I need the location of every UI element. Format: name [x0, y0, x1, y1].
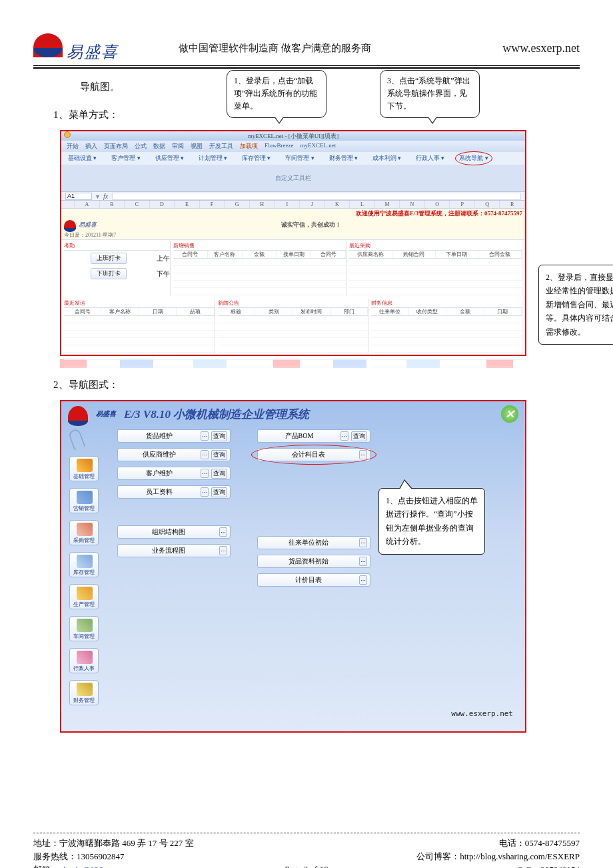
query-chip[interactable]: 查询 — [211, 450, 227, 460]
ribbon-tab[interactable]: 审阅 — [172, 142, 184, 151]
footer-address: 宁波海曙鄞奉路 469 弄 17 号 227 室 — [59, 838, 194, 848]
nav-button[interactable]: 组织结构图⋯ — [117, 525, 231, 539]
dots-icon[interactable]: ⋯ — [201, 431, 209, 441]
doc-header: 易盛喜 做中国管理软件制造商 做客户满意的服务商 www.esxerp.net — [33, 33, 580, 63]
logo-icon — [33, 33, 63, 57]
module-menu-item[interactable]: 成本利润 ▾ — [372, 154, 401, 163]
brand-logo: 易盛喜 — [33, 33, 119, 63]
side-module[interactable]: 财务管理 — [69, 680, 99, 705]
module-menu-item[interactable]: 基础设置 ▾ — [68, 154, 97, 163]
fx-label: fx — [103, 193, 108, 200]
nav-button[interactable]: 客户维护⋯查询 — [117, 467, 231, 480]
paperclip-icon — [67, 428, 85, 451]
nav-title: E/3 V8.10 小微机械制造企业管理系统 — [124, 407, 309, 422]
nav-button[interactable]: 计价目表⋯ — [257, 573, 370, 587]
sheet-slogan: 诚实守信，共创成功！ — [99, 221, 522, 229]
callout-sys-nav: 3、点击“系统导航”弹出系统导航操作界面，见下节。 — [380, 70, 480, 118]
module-menu-item[interactable]: 财务管理 ▾ — [329, 154, 358, 163]
dots-icon[interactable]: ⋯ — [340, 431, 348, 441]
nav-button[interactable]: 产品BOM⋯查询 — [257, 429, 370, 443]
nav-side-modules: 基础管理 营销管理 采购管理 库存管理 生产管理 车间管理 行政人事 财务管理 — [69, 429, 104, 705]
nav-button[interactable]: 货品资料初始⋯ — [257, 555, 370, 568]
sheet-brand: 易盛喜 — [79, 221, 97, 229]
module-menu-item[interactable]: 计划管理 ▾ — [199, 154, 227, 163]
screenshot-nav-map: 易盛喜 E/3 V8.10 小微机械制造企业管理系统 ✕ 基础管理 营销管理 采… — [60, 400, 526, 733]
panel-title-kq: 考勤 — [64, 241, 170, 251]
module-menu-item[interactable]: 供应管理 ▾ — [155, 154, 184, 163]
panel-title-gg: 新闻公告 — [218, 299, 368, 308]
side-module[interactable]: 生产管理 — [69, 584, 99, 609]
ribbon-tab[interactable]: 公式 — [135, 142, 147, 151]
ribbon-tab-addin[interactable]: 加载项 — [240, 142, 258, 151]
query-chip[interactable]: 查询 — [211, 431, 227, 441]
query-chip[interactable]: 查询 — [211, 469, 227, 479]
clock-out-button[interactable]: 下班打卡 — [91, 268, 127, 279]
welcome-banner: 欢迎使用宁波易盛喜E/3管理系统，注册请联系：0574-87475597 — [61, 209, 525, 219]
tagline: 做中国管理软件制造商 做客户满意的服务商 — [119, 42, 502, 55]
column-headers: ABCDEFGHIJKLMNOPQR — [61, 201, 525, 209]
nav-button[interactable]: 员工资料⋯查询 — [117, 485, 231, 499]
nav-footer-url: www.esxerp.net — [61, 708, 525, 719]
footer-tel: 0574-87475597 — [525, 838, 580, 848]
ribbon-tab[interactable]: 页面布局 — [104, 142, 128, 151]
module-menu-item[interactable]: 库存管理 ▾ — [242, 154, 271, 163]
ribbon-tab[interactable]: 数据 — [153, 142, 165, 151]
module-menu-item[interactable]: 车间管理 ▾ — [285, 154, 314, 163]
nav-button[interactable]: 往来单位初始⋯ — [257, 536, 370, 549]
clock-in-button[interactable]: 上班打卡 — [91, 253, 127, 264]
module-menu-item[interactable]: 客户管理 ▾ — [111, 154, 140, 163]
footer-mail-link[interactable]: nbsglc@126.com — [59, 865, 120, 868]
ribbon-tab[interactable]: myEXCEL.net — [300, 142, 336, 151]
nav-button-accounting[interactable]: 会计科目表⋯ — [257, 448, 370, 461]
dots-icon[interactable]: ⋯ — [219, 546, 227, 555]
formula-bar[interactable] — [112, 193, 521, 200]
dots-icon[interactable]: ⋯ — [359, 575, 367, 585]
ribbon-tab[interactable]: 视图 — [191, 142, 203, 151]
side-module[interactable]: 营销管理 — [69, 488, 99, 513]
ribbon-tab[interactable]: 开始 — [67, 142, 79, 151]
side-module[interactable]: 车间管理 — [69, 616, 99, 641]
panel-title-cg: 最近采购 — [349, 241, 522, 251]
panel-title-fy: 最近发运 — [64, 299, 215, 308]
callout-nav-button-help: 1、点击按钮进入相应的单据进行操作。“查询”小按钮为左侧单据业务的查询统计分析。 — [378, 488, 485, 555]
dots-icon[interactable]: ⋯ — [359, 450, 367, 459]
screenshot-menu-mode: myEXCEL.net - [小微菜单UI][填表] 开始 插入 页面布局 公式… — [60, 130, 526, 356]
panel-title-cw: 财务信息 — [371, 299, 522, 308]
close-icon[interactable]: ✕ — [501, 405, 518, 423]
dots-icon[interactable]: ⋯ — [201, 450, 209, 459]
side-module[interactable]: 行政人事 — [69, 648, 99, 673]
callout-addon-menu: 1、登录后，点击“加载项”弹出系统所有的功能菜单。 — [227, 70, 326, 118]
dots-icon[interactable]: ⋯ — [219, 527, 227, 537]
custom-toolbar-label: 自定义工具栏 — [61, 165, 525, 191]
nav-logo-icon — [68, 406, 88, 422]
office-button-icon[interactable] — [64, 131, 71, 138]
ribbon-tab[interactable]: FlowBreeze — [265, 142, 293, 151]
dots-icon[interactable]: ⋯ — [359, 557, 367, 566]
doc-footer: 地址：宁波海曙鄞奉路 469 弄 17 号 227 室 电话：0574-8747… — [33, 833, 580, 868]
footer-blog: http://blog.vsharing.com/ESXERP — [460, 851, 580, 861]
module-menu-item[interactable]: 行政人事 ▾ — [416, 154, 444, 163]
nav-button[interactable]: 货品维护⋯查询 — [117, 429, 231, 443]
footer-qq: 395949154 — [541, 865, 580, 868]
dots-icon[interactable]: ⋯ — [201, 487, 209, 497]
dots-icon[interactable]: ⋯ — [201, 469, 209, 478]
side-module[interactable]: 采购管理 — [69, 520, 99, 545]
ribbon-tabs: 开始 插入 页面布局 公式 数据 审阅 视图 开发工具 加载项 FlowBree… — [61, 141, 525, 152]
ribbon-tab[interactable]: 开发工具 — [209, 142, 233, 151]
module-menu-sys-nav[interactable]: 系统导航 ▾ — [459, 154, 488, 163]
dots-icon[interactable]: ⋯ — [359, 538, 367, 547]
nav-button[interactable]: 供应商维护⋯查询 — [117, 448, 231, 461]
pager: Page 2 of 10 — [285, 864, 328, 868]
section-2-label: 2、导航图式： — [33, 375, 580, 395]
quick-access-toolbar — [64, 131, 71, 138]
side-module[interactable]: 基础管理 — [69, 456, 99, 481]
nav-button[interactable]: 业务流程图⋯ — [117, 544, 231, 557]
site-url: www.esxerp.net — [502, 41, 580, 55]
ribbon-tab[interactable]: 插入 — [85, 142, 97, 151]
side-module[interactable]: 库存管理 — [69, 552, 99, 577]
query-chip[interactable]: 查询 — [211, 487, 227, 497]
window-titlebar: myEXCEL.net - [小微菜单UI][填表] — [61, 131, 525, 141]
today-label: 今日是：201211-星期7 — [61, 231, 525, 240]
query-chip[interactable]: 查询 — [351, 431, 367, 441]
name-box[interactable] — [65, 193, 92, 200]
